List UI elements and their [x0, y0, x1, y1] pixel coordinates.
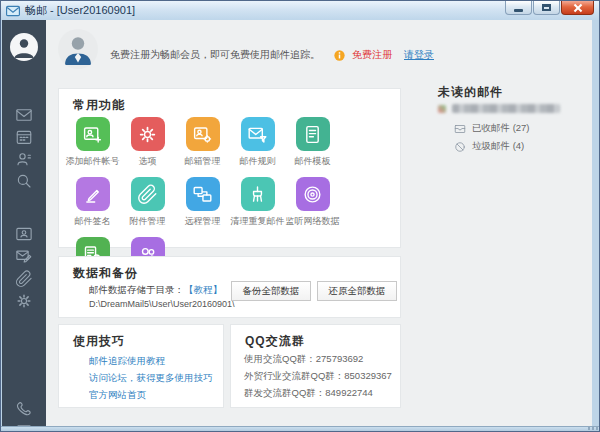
tile-remote-manage[interactable]: 远程管理 — [175, 177, 230, 227]
phone-support-icon — [15, 400, 33, 418]
received-mail-icon — [454, 123, 466, 135]
qq-group-bulk: 群发交流群QQ群：849922744 — [244, 387, 373, 400]
clean-duplicate-icon — [247, 184, 268, 205]
qq-groups-title: QQ交流群 — [245, 333, 305, 350]
common-functions-title: 常用功能 — [73, 97, 125, 114]
sidebar-item-contact-card[interactable] — [15, 225, 33, 243]
sidebar-item-search[interactable] — [15, 172, 33, 190]
tile-monitor-network[interactable]: 监听网络数据 — [285, 177, 340, 227]
tile-mail-signature[interactable]: 邮件签名 — [65, 177, 120, 227]
mail-rules-icon — [247, 124, 268, 145]
sidebar-item-mail[interactable] — [15, 106, 33, 124]
login-link[interactable]: 请登录 — [404, 48, 434, 62]
contacts-icon — [15, 150, 33, 168]
tile-attachment-manage[interactable]: 附件管理 — [120, 177, 175, 227]
tips-card: 使用技巧 邮件追踪使用教程 访问论坛，获得更多使用技巧 官方网站首页 — [58, 324, 224, 408]
options-gear-icon — [137, 124, 158, 145]
tile-clean-duplicate[interactable]: 清理重复邮件 — [230, 177, 285, 227]
title-bar[interactable]: 畅邮 - [User20160901] — [1, 1, 599, 20]
storage-path: D:\DreamMail5\User\User20160901\ — [89, 299, 235, 309]
data-backup-card: 数据和备份 邮件数据存储于目录：【教程】 D:\DreamMail5\User\… — [58, 256, 401, 318]
minimize-button[interactable] — [505, 1, 532, 15]
window-title: 畅邮 - [User20160901] — [25, 3, 135, 18]
sidebar-avatar[interactable] — [10, 33, 38, 61]
mailbox-manage-icon — [192, 124, 213, 145]
attachment-icon — [137, 184, 158, 205]
folder-junk-mail[interactable]: 垃圾邮件 (4) — [454, 140, 524, 153]
backup-all-button[interactable]: 备份全部数据 — [231, 281, 311, 301]
tip-link-forum[interactable]: 访问论坛，获得更多使用技巧 — [89, 372, 213, 385]
app-logo-icon — [6, 5, 20, 17]
search-icon — [15, 172, 33, 190]
tile-add-account[interactable]: 添加邮件帐号 — [65, 117, 120, 167]
gear-icon — [15, 292, 33, 310]
compose-mail-icon — [15, 247, 33, 265]
tile-mail-template[interactable]: 邮件模板 — [285, 117, 340, 167]
tips-title: 使用技巧 — [73, 333, 125, 350]
sidebar-item-calendar[interactable] — [15, 128, 33, 146]
main-content: 免费注册为畅邮会员，即可免费使用邮件追踪。 免费注册 请登录 常用功能 添加邮件… — [46, 20, 592, 426]
mail-template-icon — [302, 124, 323, 145]
remote-manage-icon — [192, 184, 213, 205]
free-register-link[interactable]: 免费注册 — [352, 48, 392, 62]
window-controls — [504, 1, 594, 15]
qq-group-trade: 外贸行业交流群QQ群：850329367 — [244, 370, 392, 383]
junk-mail-label: 垃圾邮件 (4) — [472, 140, 524, 153]
qq-group-usage: 使用交流QQ群：275793692 — [244, 353, 363, 366]
sidebar-item-contacts[interactable] — [15, 150, 33, 168]
data-backup-title: 数据和备份 — [73, 265, 138, 282]
tile-mailbox-manage[interactable]: 邮箱管理 — [175, 117, 230, 167]
sidebar-item-compose[interactable] — [15, 247, 33, 265]
monitor-network-icon — [302, 184, 323, 205]
tile-mail-rules[interactable]: 邮件规则 — [230, 117, 285, 167]
sidebar-item-settings[interactable] — [15, 292, 33, 310]
businessman-avatar-icon — [58, 29, 98, 69]
tip-link-official-site[interactable]: 官方网站首页 — [89, 389, 146, 402]
status-bar — [1, 426, 599, 431]
paperclip-icon — [15, 270, 33, 288]
sidebar-item-attachments[interactable] — [15, 270, 33, 288]
tile-options[interactable]: 选项 — [120, 117, 175, 167]
user-silhouette-icon — [10, 33, 38, 61]
tip-link-tracking-tutorial[interactable]: 邮件追踪使用教程 — [89, 355, 165, 368]
sidebar — [2, 20, 46, 427]
mail-icon — [15, 106, 33, 124]
qq-groups-card: QQ交流群 使用交流QQ群：275793692 外贸行业交流群QQ群：85032… — [230, 324, 401, 408]
account-status-icon — [438, 105, 446, 113]
common-functions-card: 常用功能 添加邮件帐号 选项 — [58, 88, 401, 248]
promo-text: 免费注册为畅邮会员，即可免费使用邮件追踪。 — [110, 48, 320, 62]
folder-received-mail[interactable]: 已收邮件 (27) — [454, 122, 530, 135]
account-row[interactable] — [438, 104, 560, 113]
calendar-icon — [15, 128, 33, 146]
tutorial-link[interactable]: 【教程】 — [184, 284, 222, 295]
add-account-icon — [82, 124, 103, 145]
close-button[interactable] — [561, 1, 594, 15]
account-avatar[interactable] — [58, 29, 98, 69]
restore-all-button[interactable]: 还原全部数据 — [317, 281, 397, 301]
app-window: 畅邮 - [User20160901] — [0, 0, 600, 432]
blurred-email-address — [452, 104, 560, 113]
close-icon — [573, 3, 583, 13]
contact-card-icon — [15, 225, 33, 243]
sidebar-item-support[interactable] — [15, 400, 33, 418]
maximize-icon — [542, 4, 551, 11]
maximize-button[interactable] — [533, 1, 560, 15]
resize-grip[interactable] — [588, 426, 598, 430]
mail-signature-icon — [82, 184, 103, 205]
promo-bar: 免费注册为畅邮会员，即可免费使用邮件追踪。 免费注册 请登录 — [110, 48, 434, 62]
junk-mail-icon — [454, 141, 466, 153]
info-icon — [334, 50, 345, 61]
minimize-icon — [514, 9, 523, 12]
received-mail-label: 已收邮件 (27) — [472, 122, 530, 135]
storage-label: 邮件数据存储于目录：【教程】 — [89, 284, 222, 297]
unread-mail-title: 未读的邮件 — [438, 84, 503, 101]
